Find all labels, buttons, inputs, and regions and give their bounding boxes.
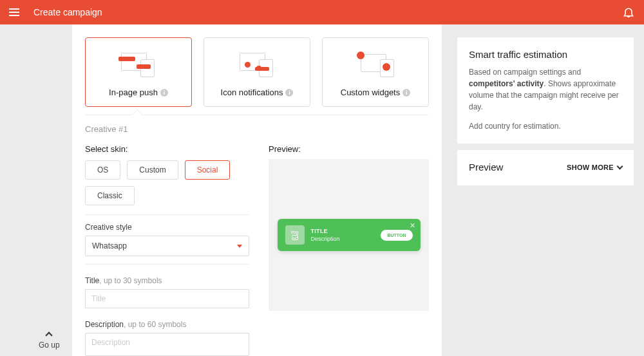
bell-icon[interactable] (622, 6, 635, 19)
close-icon[interactable]: ✕ (410, 221, 415, 230)
chevron-down-icon (617, 163, 623, 169)
chevron-up-icon (46, 332, 53, 339)
format-inpage-push[interactable]: In-page pushi (85, 37, 192, 107)
preview-canvas: ✕ Img TITLE Description BUTTON (269, 159, 429, 311)
skin-classic[interactable]: Classic (85, 186, 135, 205)
skin-buttons: OS Custom Social Classic (85, 160, 249, 205)
notif-description: Description (311, 236, 375, 242)
info-icon[interactable]: i (402, 89, 410, 97)
skin-custom[interactable]: Custom (127, 160, 178, 180)
preview-label: Preview: (269, 144, 429, 154)
creative-heading: Creative #1 (85, 124, 429, 134)
sidebar: Smart traffic estimation Based on campai… (457, 37, 634, 356)
custom-widgets-icon (354, 48, 397, 80)
title-input[interactable] (85, 289, 249, 308)
format-custom-widgets[interactable]: Custom widgetsi (322, 37, 429, 107)
select-skin-label: Select skin: (85, 144, 249, 154)
icon-notifications-icon (236, 48, 278, 80)
creative-style-value: Whatsapp (92, 241, 127, 250)
format-icon-notifications[interactable]: Icon notificationsi (204, 37, 310, 107)
preview-panel-title: Preview (469, 162, 503, 173)
title-label: Title, up to 30 symbols (85, 276, 249, 285)
format-selector: In-page pushi Icon notificationsi (85, 37, 429, 107)
notif-title: TITLE (311, 228, 375, 234)
traffic-panel: Smart traffic estimation Based on campai… (457, 37, 634, 144)
creative-style-label: Creative style (85, 223, 249, 232)
description-label: Description, up to 60 symbols (85, 320, 249, 329)
inpage-push-icon (117, 48, 160, 80)
notif-button[interactable]: BUTTON (381, 230, 412, 241)
notif-image-placeholder: Img (285, 225, 305, 245)
info-icon[interactable]: i (285, 89, 293, 97)
format-label: Icon notifications (221, 88, 283, 97)
main-panel: In-page pushi Icon notificationsi (72, 24, 442, 356)
menu-icon[interactable] (9, 5, 24, 20)
description-input[interactable] (85, 333, 249, 356)
skin-social[interactable]: Social (185, 160, 231, 180)
app-header: Create campaign (0, 0, 644, 24)
skin-os[interactable]: OS (85, 160, 120, 180)
creative-style-select[interactable]: Whatsapp (85, 236, 249, 256)
show-more-button[interactable]: SHOW MORE (567, 164, 622, 171)
format-label: In-page push (109, 88, 158, 97)
page-title: Create campaign (33, 7, 102, 17)
go-up-button[interactable]: Go up (39, 333, 60, 350)
divider (85, 115, 429, 115)
notification-preview: ✕ Img TITLE Description BUTTON (278, 219, 421, 251)
traffic-title: Smart traffic estimation (469, 49, 622, 60)
traffic-sub: Add country for estimation. (469, 122, 622, 131)
info-icon[interactable]: i (160, 89, 168, 97)
format-label: Custom widgets (341, 88, 400, 97)
preview-panel: Preview SHOW MORE (457, 150, 634, 185)
traffic-text: Based on campaign settings and competito… (469, 66, 622, 113)
chevron-down-icon (237, 245, 242, 248)
